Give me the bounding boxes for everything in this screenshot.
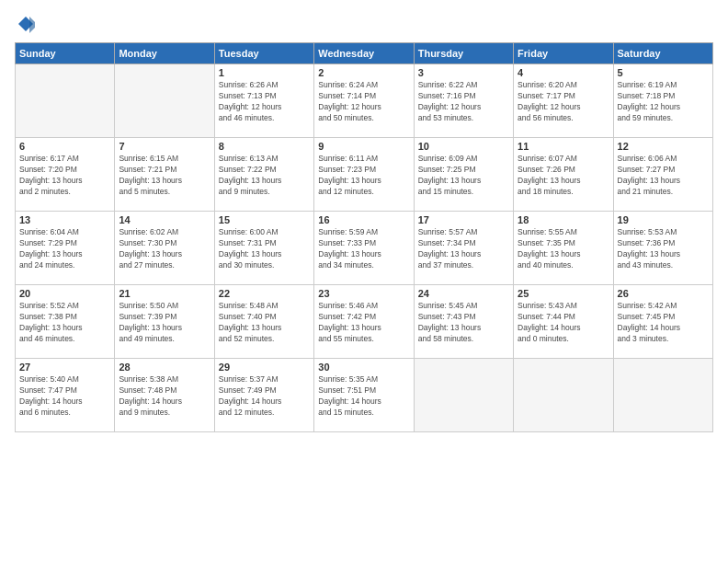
day-number: 12 bbox=[618, 141, 709, 152]
calendar-cell: 15Sunrise: 6:00 AM Sunset: 7:31 PM Dayli… bbox=[214, 212, 313, 285]
calendar-cell: 4Sunrise: 6:20 AM Sunset: 7:17 PM Daylig… bbox=[514, 64, 613, 138]
calendar-cell: 14Sunrise: 6:02 AM Sunset: 7:30 PM Dayli… bbox=[115, 212, 214, 285]
day-number: 15 bbox=[219, 214, 310, 225]
day-number: 20 bbox=[19, 288, 110, 299]
calendar-cell: 8Sunrise: 6:13 AM Sunset: 7:22 PM Daylig… bbox=[214, 138, 313, 212]
calendar-cell: 13Sunrise: 6:04 AM Sunset: 7:29 PM Dayli… bbox=[16, 212, 115, 285]
calendar-cell: 25Sunrise: 5:43 AM Sunset: 7:44 PM Dayli… bbox=[514, 285, 613, 359]
calendar-cell: 5Sunrise: 6:19 AM Sunset: 7:18 PM Daylig… bbox=[613, 64, 712, 138]
calendar-week-3: 13Sunrise: 6:04 AM Sunset: 7:29 PM Dayli… bbox=[16, 212, 713, 285]
day-number: 18 bbox=[518, 214, 609, 225]
day-info: Sunrise: 6:07 AM Sunset: 7:26 PM Dayligh… bbox=[518, 154, 609, 198]
calendar-cell: 11Sunrise: 6:07 AM Sunset: 7:26 PM Dayli… bbox=[514, 138, 613, 212]
calendar-cell: 2Sunrise: 6:24 AM Sunset: 7:14 PM Daylig… bbox=[314, 64, 414, 138]
day-info: Sunrise: 5:38 AM Sunset: 7:48 PM Dayligh… bbox=[119, 374, 210, 419]
calendar-header-sunday: Sunday bbox=[16, 43, 115, 64]
day-number: 23 bbox=[318, 288, 409, 299]
day-info: Sunrise: 5:42 AM Sunset: 7:45 PM Dayligh… bbox=[618, 301, 709, 345]
day-number: 10 bbox=[418, 141, 509, 152]
calendar-cell: 21Sunrise: 5:50 AM Sunset: 7:39 PM Dayli… bbox=[115, 285, 214, 359]
day-number: 2 bbox=[318, 67, 409, 78]
calendar-table: SundayMondayTuesdayWednesdayThursdayFrid… bbox=[15, 42, 713, 432]
day-info: Sunrise: 6:19 AM Sunset: 7:18 PM Dayligh… bbox=[618, 80, 709, 124]
calendar-header-monday: Monday bbox=[115, 43, 214, 64]
calendar-cell: 10Sunrise: 6:09 AM Sunset: 7:25 PM Dayli… bbox=[414, 138, 513, 212]
day-number: 14 bbox=[119, 214, 210, 225]
day-info: Sunrise: 6:09 AM Sunset: 7:25 PM Dayligh… bbox=[418, 154, 509, 198]
calendar-cell: 6Sunrise: 6:17 AM Sunset: 7:20 PM Daylig… bbox=[16, 138, 115, 212]
calendar-cell: 30Sunrise: 5:35 AM Sunset: 7:51 PM Dayli… bbox=[314, 359, 414, 432]
calendar-cell: 7Sunrise: 6:15 AM Sunset: 7:21 PM Daylig… bbox=[115, 138, 214, 212]
calendar-cell bbox=[115, 64, 214, 138]
header bbox=[15, 15, 713, 33]
day-info: Sunrise: 5:37 AM Sunset: 7:49 PM Dayligh… bbox=[219, 374, 310, 419]
calendar-cell: 19Sunrise: 5:53 AM Sunset: 7:36 PM Dayli… bbox=[613, 212, 712, 285]
day-number: 27 bbox=[19, 362, 110, 373]
calendar-cell: 3Sunrise: 6:22 AM Sunset: 7:16 PM Daylig… bbox=[414, 64, 513, 138]
svg-marker-1 bbox=[29, 17, 35, 33]
day-info: Sunrise: 5:50 AM Sunset: 7:39 PM Dayligh… bbox=[119, 301, 210, 345]
calendar-week-4: 20Sunrise: 5:52 AM Sunset: 7:38 PM Dayli… bbox=[16, 285, 713, 359]
calendar-header-row: SundayMondayTuesdayWednesdayThursdayFrid… bbox=[16, 43, 713, 64]
day-info: Sunrise: 6:13 AM Sunset: 7:22 PM Dayligh… bbox=[219, 154, 310, 198]
day-info: Sunrise: 6:20 AM Sunset: 7:17 PM Dayligh… bbox=[518, 80, 609, 124]
day-info: Sunrise: 6:22 AM Sunset: 7:16 PM Dayligh… bbox=[418, 80, 509, 124]
calendar-header-tuesday: Tuesday bbox=[214, 43, 313, 64]
calendar-header-wednesday: Wednesday bbox=[314, 43, 414, 64]
calendar-cell: 1Sunrise: 6:26 AM Sunset: 7:13 PM Daylig… bbox=[214, 64, 313, 138]
day-info: Sunrise: 5:40 AM Sunset: 7:47 PM Dayligh… bbox=[19, 374, 110, 419]
calendar-header-thursday: Thursday bbox=[414, 43, 513, 64]
day-info: Sunrise: 5:43 AM Sunset: 7:44 PM Dayligh… bbox=[518, 301, 609, 345]
calendar-week-2: 6Sunrise: 6:17 AM Sunset: 7:20 PM Daylig… bbox=[16, 138, 713, 212]
day-info: Sunrise: 5:35 AM Sunset: 7:51 PM Dayligh… bbox=[318, 374, 409, 419]
day-info: Sunrise: 5:52 AM Sunset: 7:38 PM Dayligh… bbox=[19, 301, 110, 345]
day-info: Sunrise: 5:55 AM Sunset: 7:35 PM Dayligh… bbox=[518, 227, 609, 271]
calendar-cell: 27Sunrise: 5:40 AM Sunset: 7:47 PM Dayli… bbox=[16, 359, 115, 432]
day-info: Sunrise: 6:04 AM Sunset: 7:29 PM Dayligh… bbox=[19, 227, 110, 271]
calendar-cell: 17Sunrise: 5:57 AM Sunset: 7:34 PM Dayli… bbox=[414, 212, 513, 285]
calendar-cell: 12Sunrise: 6:06 AM Sunset: 7:27 PM Dayli… bbox=[613, 138, 712, 212]
calendar-cell: 28Sunrise: 5:38 AM Sunset: 7:48 PM Dayli… bbox=[115, 359, 214, 432]
day-info: Sunrise: 6:11 AM Sunset: 7:23 PM Dayligh… bbox=[318, 154, 409, 198]
day-number: 13 bbox=[19, 214, 110, 225]
day-number: 28 bbox=[119, 362, 210, 373]
logo-icon bbox=[17, 15, 35, 33]
calendar-cell bbox=[613, 359, 712, 432]
calendar-cell bbox=[16, 64, 115, 138]
day-number: 29 bbox=[219, 362, 310, 373]
calendar-cell: 18Sunrise: 5:55 AM Sunset: 7:35 PM Dayli… bbox=[514, 212, 613, 285]
day-number: 30 bbox=[318, 362, 409, 373]
day-number: 11 bbox=[518, 141, 609, 152]
day-number: 21 bbox=[119, 288, 210, 299]
page: SundayMondayTuesdayWednesdayThursdayFrid… bbox=[0, 0, 728, 563]
calendar-week-1: 1Sunrise: 6:26 AM Sunset: 7:13 PM Daylig… bbox=[16, 64, 713, 138]
day-info: Sunrise: 6:02 AM Sunset: 7:30 PM Dayligh… bbox=[119, 227, 210, 271]
calendar-cell: 9Sunrise: 6:11 AM Sunset: 7:23 PM Daylig… bbox=[314, 138, 414, 212]
day-info: Sunrise: 5:48 AM Sunset: 7:40 PM Dayligh… bbox=[219, 301, 310, 345]
day-number: 5 bbox=[618, 67, 709, 78]
day-info: Sunrise: 6:26 AM Sunset: 7:13 PM Dayligh… bbox=[219, 80, 310, 124]
day-number: 8 bbox=[219, 141, 310, 152]
calendar-cell bbox=[514, 359, 613, 432]
day-info: Sunrise: 6:24 AM Sunset: 7:14 PM Dayligh… bbox=[318, 80, 409, 124]
day-number: 24 bbox=[418, 288, 509, 299]
calendar-header-friday: Friday bbox=[514, 43, 613, 64]
calendar-cell bbox=[414, 359, 513, 432]
day-info: Sunrise: 5:59 AM Sunset: 7:33 PM Dayligh… bbox=[318, 227, 409, 271]
day-info: Sunrise: 6:17 AM Sunset: 7:20 PM Dayligh… bbox=[19, 154, 110, 198]
calendar-cell: 23Sunrise: 5:46 AM Sunset: 7:42 PM Dayli… bbox=[314, 285, 414, 359]
calendar-header-saturday: Saturday bbox=[613, 43, 712, 64]
day-info: Sunrise: 6:06 AM Sunset: 7:27 PM Dayligh… bbox=[618, 154, 709, 198]
day-info: Sunrise: 6:00 AM Sunset: 7:31 PM Dayligh… bbox=[219, 227, 310, 271]
day-info: Sunrise: 5:45 AM Sunset: 7:43 PM Dayligh… bbox=[418, 301, 509, 345]
day-info: Sunrise: 5:53 AM Sunset: 7:36 PM Dayligh… bbox=[618, 227, 709, 271]
day-number: 19 bbox=[618, 214, 709, 225]
day-number: 22 bbox=[219, 288, 310, 299]
calendar-cell: 20Sunrise: 5:52 AM Sunset: 7:38 PM Dayli… bbox=[16, 285, 115, 359]
day-number: 9 bbox=[318, 141, 409, 152]
calendar-cell: 16Sunrise: 5:59 AM Sunset: 7:33 PM Dayli… bbox=[314, 212, 414, 285]
day-number: 3 bbox=[418, 67, 509, 78]
logo bbox=[15, 15, 35, 33]
day-number: 6 bbox=[19, 141, 110, 152]
calendar-cell: 29Sunrise: 5:37 AM Sunset: 7:49 PM Dayli… bbox=[214, 359, 313, 432]
